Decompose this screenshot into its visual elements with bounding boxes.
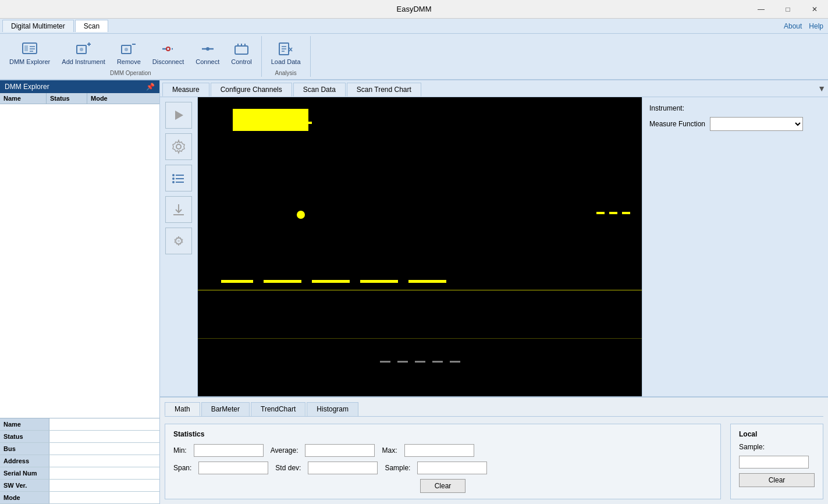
toolbar: DMM Explorer Add Instrument Remove Disco… xyxy=(0,34,828,80)
minimize-button[interactable]: — xyxy=(748,0,774,19)
max-label: Max: xyxy=(382,446,397,455)
main-display xyxy=(198,97,642,338)
std-dev-input[interactable] xyxy=(308,462,378,474)
max-input[interactable] xyxy=(404,444,474,457)
sample-stat-input[interactable] xyxy=(417,462,487,474)
col-header-status: Status xyxy=(47,93,87,104)
stats-local-row: Statistics Min: Average: Max: Span: xyxy=(165,424,823,499)
tab-digital-multimeter[interactable]: Digital Multimeter xyxy=(2,20,74,32)
svg-point-29 xyxy=(172,174,175,176)
svg-point-33 xyxy=(172,181,175,183)
tab-scroll-arrow[interactable]: ▼ xyxy=(818,84,826,93)
prop-row-mode: Mode xyxy=(0,492,159,504)
menu-right: About Help xyxy=(784,22,823,30)
prop-label-address: Address xyxy=(0,455,49,467)
pin-icon: 📌 xyxy=(146,83,155,91)
add-instrument-button[interactable]: Add Instrument xyxy=(57,37,110,68)
instrument-label: Instrument: xyxy=(649,104,821,112)
remove-button[interactable]: Remove xyxy=(112,37,145,68)
properties-panel: Name Status Bus Address Serial Num SW Ve… xyxy=(0,418,159,504)
connect-icon xyxy=(198,40,217,58)
help-link[interactable]: Help xyxy=(809,22,823,30)
stats-row-2: Span: Std dev: Sample: xyxy=(173,462,712,474)
data-point xyxy=(297,211,305,219)
prop-label-bus: Bus xyxy=(0,443,49,455)
tab-barmeter[interactable]: BarMeter xyxy=(201,402,250,416)
about-link[interactable]: About xyxy=(784,22,802,30)
local-sample-label: Sample: xyxy=(739,443,815,451)
tab-measure[interactable]: Measure xyxy=(162,83,209,97)
toolbar-buttons-dmm: DMM Explorer Add Instrument Remove Disco… xyxy=(5,37,257,68)
tab-histogram[interactable]: Histogram xyxy=(307,402,358,416)
col-header-name: Name xyxy=(0,93,47,104)
prop-value-serial xyxy=(49,467,159,479)
bottom-tabs: Math BarMeter TrendChart Histogram xyxy=(165,402,823,417)
prop-row-serial: Serial Num xyxy=(0,467,159,480)
prop-value-swver xyxy=(49,480,159,491)
col-header-mode: Mode xyxy=(87,93,134,104)
tab-scan-data[interactable]: Scan Data xyxy=(293,83,346,97)
menu-bar: Digital Multimeter Scan About Help xyxy=(0,19,828,34)
load-data-icon xyxy=(276,40,295,58)
svg-point-11 xyxy=(125,48,128,51)
tab-configure-channels[interactable]: Configure Channels xyxy=(211,83,292,97)
toolbar-buttons-analysis: Load Data xyxy=(266,37,305,68)
prop-value-name xyxy=(49,418,159,430)
prop-label-status: Status xyxy=(0,431,49,442)
connect-button[interactable]: Connect xyxy=(191,37,224,68)
tab-scan-trend-chart[interactable]: Scan Trend Chart xyxy=(347,83,421,97)
measure-function-row: Measure Function xyxy=(649,117,821,131)
tab-trendchart[interactable]: TrendChart xyxy=(251,402,305,416)
dmm-explorer-button[interactable]: DMM Explorer xyxy=(5,37,55,68)
control-icon xyxy=(232,40,251,58)
close-button[interactable]: ✕ xyxy=(801,0,828,19)
control-button[interactable]: Control xyxy=(226,37,256,68)
prop-value-mode xyxy=(49,492,159,503)
min-input[interactable] xyxy=(194,444,264,457)
dmm-explorer-icon xyxy=(20,40,39,58)
scan-tabs: Measure Configure Channels Scan Data Sca… xyxy=(160,80,828,97)
measure-function-label: Measure Function xyxy=(649,120,705,128)
svg-point-14 xyxy=(166,47,170,51)
window-controls: — □ ✕ xyxy=(748,0,828,19)
svg-point-28 xyxy=(176,144,181,149)
toolbar-group-analysis: Load Data Analysis xyxy=(262,36,311,77)
measure-function-select[interactable] xyxy=(710,117,803,131)
statistics-clear-button[interactable]: Clear xyxy=(420,479,466,493)
tab-math[interactable]: Math xyxy=(165,402,200,416)
settings-button[interactable] xyxy=(165,133,192,160)
right-panel: Measure Configure Channels Scan Data Sca… xyxy=(160,80,828,504)
min-label: Min: xyxy=(173,446,187,455)
prop-label-swver: SW Ver. xyxy=(0,480,49,491)
average-label: Average: xyxy=(271,446,298,455)
svg-rect-1 xyxy=(24,45,28,51)
disconnect-button[interactable]: Disconnect xyxy=(148,37,189,68)
gear-small-button[interactable] xyxy=(165,228,192,254)
local-clear-button[interactable]: Clear xyxy=(739,473,815,487)
tab-scan[interactable]: Scan xyxy=(75,20,108,32)
toolbar-group-dmm-operation: DMM Explorer Add Instrument Remove Disco… xyxy=(0,36,262,77)
span-input[interactable] xyxy=(198,462,268,474)
left-panel: DMM Explorer 📌 Name Status Mode Name Sta… xyxy=(0,80,160,504)
average-input[interactable] xyxy=(305,444,375,457)
svg-point-8 xyxy=(80,48,83,51)
display-area xyxy=(198,97,642,396)
local-sample-input[interactable] xyxy=(739,456,809,468)
explorer-list xyxy=(0,104,159,418)
svg-rect-17 xyxy=(235,46,248,54)
baseline-line xyxy=(198,290,642,290)
span-label: Span: xyxy=(173,464,191,472)
maximize-button[interactable]: □ xyxy=(774,0,801,19)
reading-display-box xyxy=(233,109,308,131)
statistics-title: Statistics xyxy=(173,430,712,438)
right-dashes xyxy=(596,211,630,214)
svg-point-16 xyxy=(206,47,209,51)
play-button[interactable] xyxy=(165,102,192,129)
local-box: Local Sample: Clear xyxy=(730,424,823,499)
explorer-title: DMM Explorer xyxy=(5,83,49,91)
stats-clear-row: Clear xyxy=(173,479,712,493)
list-button[interactable] xyxy=(165,165,192,191)
download-button[interactable] xyxy=(165,196,192,223)
reading-dashes xyxy=(233,122,312,124)
load-data-button[interactable]: Load Data xyxy=(266,37,305,68)
